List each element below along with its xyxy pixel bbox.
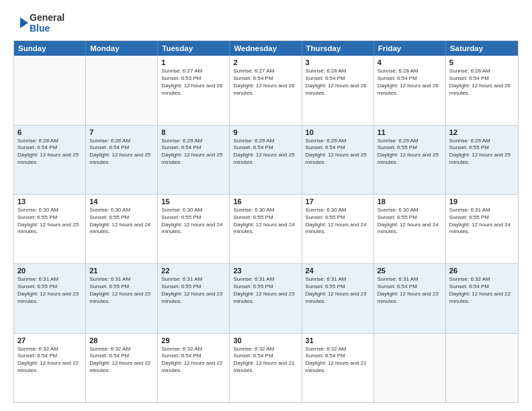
- day-number: 26: [449, 267, 515, 275]
- day-info: Sunrise: 6:29 AMSunset: 6:55 PMDaylight:…: [449, 138, 515, 167]
- day-number: 4: [378, 58, 442, 66]
- day-info: Sunrise: 6:31 AMSunset: 6:55 PMDaylight:…: [449, 207, 515, 236]
- logo-bird-icon: [13, 13, 28, 32]
- header-day-tuesday: Tuesday: [158, 41, 230, 56]
- day-cell-17: 17Sunrise: 6:30 AMSunset: 6:55 PMDayligh…: [302, 195, 374, 263]
- day-cell-5: 5Sunrise: 6:28 AMSunset: 6:54 PMDaylight…: [446, 56, 518, 124]
- day-info: Sunrise: 6:30 AMSunset: 6:55 PMDaylight:…: [233, 207, 298, 236]
- day-number: 25: [378, 267, 442, 275]
- empty-cell: [374, 334, 446, 402]
- day-number: 16: [233, 197, 298, 205]
- page: General Blue SundayMondayTuesdayWednesda…: [0, 0, 532, 411]
- day-number: 19: [449, 197, 515, 205]
- logo-blue: Blue: [30, 23, 64, 34]
- calendar-header: SundayMondayTuesdayWednesdayThursdayFrid…: [14, 41, 518, 56]
- day-number: 9: [233, 128, 298, 136]
- day-info: Sunrise: 6:30 AMSunset: 6:55 PMDaylight:…: [306, 207, 370, 236]
- day-info: Sunrise: 6:30 AMSunset: 6:55 PMDaylight:…: [17, 207, 82, 236]
- day-number: 5: [449, 58, 515, 66]
- day-number: 6: [17, 128, 82, 136]
- logo-general: General: [30, 12, 64, 23]
- day-cell-2: 2Sunrise: 6:27 AMSunset: 6:54 PMDaylight…: [230, 56, 302, 124]
- day-info: Sunrise: 6:32 AMSunset: 6:54 PMDaylight:…: [161, 346, 226, 375]
- day-number: 28: [89, 336, 154, 345]
- day-cell-16: 16Sunrise: 6:30 AMSunset: 6:55 PMDayligh…: [230, 195, 302, 263]
- day-cell-6: 6Sunrise: 6:28 AMSunset: 6:54 PMDaylight…: [14, 126, 86, 194]
- day-number: 20: [17, 267, 82, 275]
- day-info: Sunrise: 6:28 AMSunset: 6:54 PMDaylight:…: [449, 68, 515, 97]
- day-info: Sunrise: 6:30 AMSunset: 6:55 PMDaylight:…: [89, 207, 154, 236]
- day-number: 30: [233, 336, 298, 345]
- day-number: 3: [306, 58, 370, 66]
- day-cell-19: 19Sunrise: 6:31 AMSunset: 6:55 PMDayligh…: [446, 195, 518, 263]
- day-info: Sunrise: 6:28 AMSunset: 6:54 PMDaylight:…: [378, 68, 442, 97]
- header-day-sunday: Sunday: [14, 41, 86, 56]
- calendar-row-4: 20Sunrise: 6:31 AMSunset: 6:55 PMDayligh…: [14, 263, 518, 332]
- day-number: 23: [233, 267, 298, 275]
- day-info: Sunrise: 6:31 AMSunset: 6:54 PMDaylight:…: [378, 276, 442, 305]
- day-cell-27: 27Sunrise: 6:32 AMSunset: 6:54 PMDayligh…: [14, 334, 86, 402]
- day-cell-18: 18Sunrise: 6:30 AMSunset: 6:55 PMDayligh…: [374, 195, 446, 263]
- day-cell-8: 8Sunrise: 6:29 AMSunset: 6:54 PMDaylight…: [158, 126, 230, 194]
- day-number: 27: [17, 336, 82, 345]
- day-info: Sunrise: 6:31 AMSunset: 6:55 PMDaylight:…: [17, 276, 82, 305]
- calendar-body: 1Sunrise: 6:27 AMSunset: 6:53 PMDaylight…: [14, 56, 518, 402]
- day-cell-29: 29Sunrise: 6:32 AMSunset: 6:54 PMDayligh…: [158, 334, 230, 402]
- header: General Blue: [13, 12, 519, 34]
- day-info: Sunrise: 6:28 AMSunset: 6:54 PMDaylight:…: [17, 138, 82, 167]
- day-info: Sunrise: 6:29 AMSunset: 6:55 PMDaylight:…: [378, 138, 442, 167]
- day-info: Sunrise: 6:29 AMSunset: 6:54 PMDaylight:…: [306, 138, 370, 167]
- day-number: 8: [161, 128, 226, 136]
- day-cell-21: 21Sunrise: 6:31 AMSunset: 6:55 PMDayligh…: [86, 264, 158, 332]
- day-cell-4: 4Sunrise: 6:28 AMSunset: 6:54 PMDaylight…: [374, 56, 446, 124]
- day-cell-31: 31Sunrise: 6:32 AMSunset: 6:54 PMDayligh…: [302, 334, 374, 402]
- day-info: Sunrise: 6:27 AMSunset: 6:53 PMDaylight:…: [161, 68, 226, 97]
- header-day-thursday: Thursday: [302, 41, 374, 56]
- day-cell-1: 1Sunrise: 6:27 AMSunset: 6:53 PMDaylight…: [158, 56, 230, 124]
- day-cell-24: 24Sunrise: 6:31 AMSunset: 6:55 PMDayligh…: [302, 264, 374, 332]
- day-info: Sunrise: 6:27 AMSunset: 6:54 PMDaylight:…: [233, 68, 298, 97]
- day-info: Sunrise: 6:32 AMSunset: 6:54 PMDaylight:…: [449, 276, 515, 305]
- day-number: 21: [89, 267, 154, 275]
- day-number: 22: [161, 267, 226, 275]
- day-info: Sunrise: 6:29 AMSunset: 6:54 PMDaylight:…: [233, 138, 298, 167]
- day-cell-22: 22Sunrise: 6:31 AMSunset: 6:55 PMDayligh…: [158, 264, 230, 332]
- day-cell-7: 7Sunrise: 6:28 AMSunset: 6:54 PMDaylight…: [86, 126, 158, 194]
- day-info: Sunrise: 6:30 AMSunset: 6:55 PMDaylight:…: [161, 207, 226, 236]
- svg-marker-0: [20, 17, 28, 28]
- day-number: 14: [89, 197, 154, 205]
- day-info: Sunrise: 6:32 AMSunset: 6:54 PMDaylight:…: [233, 346, 298, 375]
- day-info: Sunrise: 6:28 AMSunset: 6:54 PMDaylight:…: [306, 68, 370, 97]
- empty-cell: [14, 56, 86, 124]
- day-info: Sunrise: 6:31 AMSunset: 6:55 PMDaylight:…: [89, 276, 154, 305]
- day-info: Sunrise: 6:31 AMSunset: 6:55 PMDaylight:…: [306, 276, 370, 305]
- day-info: Sunrise: 6:32 AMSunset: 6:54 PMDaylight:…: [306, 346, 370, 375]
- day-cell-23: 23Sunrise: 6:31 AMSunset: 6:55 PMDayligh…: [230, 264, 302, 332]
- day-cell-30: 30Sunrise: 6:32 AMSunset: 6:54 PMDayligh…: [230, 334, 302, 402]
- day-cell-15: 15Sunrise: 6:30 AMSunset: 6:55 PMDayligh…: [158, 195, 230, 263]
- day-number: 17: [306, 197, 370, 205]
- header-day-monday: Monday: [86, 41, 158, 56]
- day-info: Sunrise: 6:29 AMSunset: 6:54 PMDaylight:…: [161, 138, 226, 167]
- day-cell-26: 26Sunrise: 6:32 AMSunset: 6:54 PMDayligh…: [446, 264, 518, 332]
- day-info: Sunrise: 6:28 AMSunset: 6:54 PMDaylight:…: [89, 138, 154, 167]
- header-day-friday: Friday: [374, 41, 446, 56]
- day-number: 18: [378, 197, 442, 205]
- day-number: 24: [306, 267, 370, 275]
- day-number: 7: [89, 128, 154, 136]
- day-cell-3: 3Sunrise: 6:28 AMSunset: 6:54 PMDaylight…: [302, 56, 374, 124]
- calendar: SundayMondayTuesdayWednesdayThursdayFrid…: [13, 40, 519, 403]
- day-cell-13: 13Sunrise: 6:30 AMSunset: 6:55 PMDayligh…: [14, 195, 86, 263]
- calendar-row-2: 6Sunrise: 6:28 AMSunset: 6:54 PMDaylight…: [14, 125, 518, 194]
- day-number: 10: [306, 128, 370, 136]
- day-info: Sunrise: 6:31 AMSunset: 6:55 PMDaylight:…: [233, 276, 298, 305]
- day-number: 11: [378, 128, 442, 136]
- calendar-row-5: 27Sunrise: 6:32 AMSunset: 6:54 PMDayligh…: [14, 333, 518, 402]
- day-cell-9: 9Sunrise: 6:29 AMSunset: 6:54 PMDaylight…: [230, 126, 302, 194]
- header-day-saturday: Saturday: [446, 41, 518, 56]
- day-cell-28: 28Sunrise: 6:32 AMSunset: 6:54 PMDayligh…: [86, 334, 158, 402]
- day-number: 13: [17, 197, 82, 205]
- day-cell-12: 12Sunrise: 6:29 AMSunset: 6:55 PMDayligh…: [446, 126, 518, 194]
- day-info: Sunrise: 6:32 AMSunset: 6:54 PMDaylight:…: [17, 346, 82, 375]
- logo-text: General Blue: [30, 12, 64, 34]
